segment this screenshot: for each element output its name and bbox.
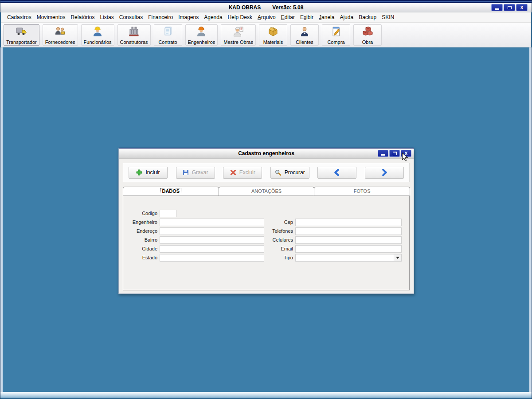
cep-label: Cep (268, 219, 295, 225)
main-titlebar[interactable]: KAD OBRAS Versão: 5.08 X (0, 3, 532, 12)
maximize-icon (508, 6, 512, 9)
toolbar-clientes-button[interactable]: Clientes (290, 24, 319, 46)
cadastro-engenheiros-dialog: Cadastro engenheiros X Incluir Gravar (118, 148, 414, 294)
engenheiro-field[interactable] (160, 219, 264, 226)
tipo-combobox[interactable] (295, 254, 402, 262)
excluir-label: Excluir (239, 169, 255, 176)
tipo-label: Tipo (268, 255, 295, 260)
delete-x-icon (230, 169, 236, 176)
menu-listas[interactable]: Listas (97, 12, 116, 23)
cidade-label: Cidade (128, 246, 160, 251)
bairro-field[interactable] (160, 236, 264, 244)
incluir-button[interactable]: Incluir (129, 167, 168, 179)
toolbar-transportador-button[interactable]: Transportador (4, 24, 39, 46)
toolbar-fornecedores-button[interactable]: Fornecedores (43, 24, 78, 46)
cidade-field[interactable] (160, 245, 264, 253)
tipo-dropdown-button[interactable] (394, 254, 401, 261)
next-record-button[interactable] (365, 167, 404, 179)
toolbar-compra-button[interactable]: Compra (322, 24, 350, 46)
document-icon (162, 26, 174, 37)
toolbar-construtoras-button[interactable]: Construtoras (117, 24, 151, 46)
menu-cadastros[interactable]: Cadastros (4, 12, 34, 23)
menu-backup[interactable]: Backup (356, 12, 379, 23)
toolbar-label: Construtoras (120, 39, 148, 45)
toolbar-label: Transportador (6, 39, 37, 45)
endereco-field[interactable] (160, 227, 264, 235)
toolbar-mestre-obras-button[interactable]: Mestre Obras (221, 24, 256, 46)
bairro-label: Bairro (128, 237, 160, 243)
client-icon (299, 26, 310, 37)
tab-dados[interactable]: DADOS (123, 187, 219, 196)
chevron-down-icon (396, 257, 399, 259)
telefones-field[interactable] (295, 227, 402, 235)
maximize-button[interactable] (504, 4, 515, 11)
menu-help-desk[interactable]: Help Desk (225, 12, 255, 23)
toolbar-obra-button[interactable]: Obra (353, 24, 382, 46)
engineer-form: Codigo Engenheiro Endereço Bairro Cidade (123, 196, 409, 262)
dialog-minimize-button[interactable] (378, 150, 388, 157)
endereco-label: Endereço (128, 228, 160, 234)
menu-ajuda[interactable]: Ajuda (337, 12, 356, 23)
chevron-right-icon (380, 168, 388, 176)
email-field[interactable] (295, 245, 402, 253)
tab-anotacoes[interactable]: ANOTAÇÕES (219, 187, 315, 196)
incluir-label: Incluir (145, 169, 160, 176)
procurar-label: Procurar (285, 169, 305, 176)
menu-arquivo[interactable]: Arquivo (255, 12, 278, 23)
celulares-field[interactable] (295, 236, 402, 244)
maximize-icon (393, 152, 397, 155)
main-toolbar: Transportador Fornecedores Funcionários (1, 23, 531, 47)
codigo-label: Codigo (128, 211, 160, 216)
window-frame-bottom (0, 392, 532, 398)
menu-consultas[interactable]: Consultas (117, 12, 145, 23)
dialog-maximize-button[interactable] (389, 150, 400, 157)
application-window: { "window": { "title": "KAD OBRAS", "ver… (0, 0, 532, 399)
plus-icon (136, 169, 142, 176)
toolbar-engenheiros-button[interactable]: Engenheiros (185, 24, 218, 46)
estado-field[interactable] (160, 254, 264, 262)
bricks-icon (362, 26, 373, 37)
toolbar-label: Fornecedores (45, 39, 75, 45)
toolbar-materiais-button[interactable]: Materiais (259, 24, 287, 46)
close-icon: X (520, 5, 523, 10)
toolbar-label: Mestre Obras (223, 39, 253, 45)
gravar-label: Gravar (192, 169, 208, 176)
form-left-column: Codigo Engenheiro Endereço Bairro Cidade (128, 209, 264, 262)
gravar-button[interactable]: Gravar (176, 167, 215, 179)
menu-editar[interactable]: Editar (278, 12, 297, 23)
tab-page-dados: Codigo Engenheiro Endereço Bairro Cidade (123, 196, 410, 290)
close-button[interactable]: X (516, 4, 528, 11)
toolbar-funcionarios-button[interactable]: Funcionários (81, 24, 114, 46)
suppliers-icon (55, 26, 66, 37)
dialog-title: Cadastro engenheiros (238, 150, 294, 156)
dialog-titlebar[interactable]: Cadastro engenheiros X (119, 149, 414, 159)
menu-financeiro[interactable]: Financeiro (145, 12, 176, 23)
menu-exibir[interactable]: Exibir (297, 12, 316, 23)
toolbar-label: Clientes (296, 39, 313, 45)
menu-janela[interactable]: Janela (316, 12, 337, 23)
previous-record-button[interactable] (317, 167, 356, 179)
menu-agenda[interactable]: Agenda (201, 12, 225, 23)
celulares-label: Celulares (268, 237, 295, 243)
tab-fotos[interactable]: FOTOS (314, 187, 410, 196)
tipo-field[interactable] (295, 254, 402, 262)
toolbar-contrato-button[interactable]: Contrato (154, 24, 182, 46)
procurar-button[interactable]: Procurar (270, 167, 309, 179)
minimize-icon (495, 8, 499, 10)
toolbar-label: Obra (362, 39, 373, 45)
codigo-field[interactable] (160, 210, 176, 217)
dialog-action-panel: Incluir Gravar Excluir Procurar (123, 163, 410, 182)
truck-icon (16, 26, 27, 37)
window-controls: X (491, 4, 528, 11)
menu-imagens[interactable]: Imagens (176, 12, 201, 23)
email-label: Email (268, 246, 295, 251)
minimize-button[interactable] (491, 4, 503, 11)
toolbar-label: Engenheiros (188, 39, 215, 45)
cep-field[interactable] (295, 219, 402, 226)
telefones-label: Telefones (268, 228, 295, 234)
menu-relatorios[interactable]: Relatórios (68, 12, 97, 23)
excluir-button[interactable]: Excluir (223, 167, 262, 179)
menu-skin[interactable]: SKIN (379, 12, 397, 23)
estado-label: Estado (128, 255, 160, 260)
menu-movimentos[interactable]: Movimentos (34, 12, 68, 23)
